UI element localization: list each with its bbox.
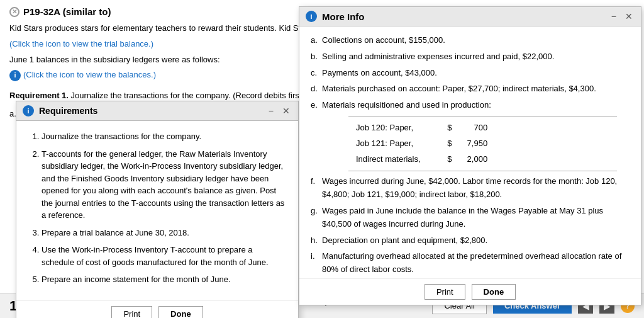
job120-dollar: $	[428, 120, 460, 136]
table-row: Job 121: Paper, $ 7,950	[348, 136, 495, 152]
more-info-header: i More Info − ✕	[299, 7, 641, 26]
info-item-b: b. Selling and administrative expenses i…	[311, 50, 630, 64]
requirements-modal: i Requirements − ✕ Journalize the transa…	[16, 101, 299, 318]
info-item-h: h. Depreciation on plant and equipment, …	[311, 234, 630, 247]
info-item-g: g. Wages paid in June include the balanc…	[311, 205, 630, 231]
requirements-list: Journalize the transactions for the comp…	[42, 130, 286, 286]
more-info-title: More Info	[322, 11, 365, 22]
requirements-close-button[interactable]: ✕	[280, 106, 292, 116]
table-divider-bottom	[348, 171, 617, 171]
info-item-d: d. Materials purchased on account: Paper…	[311, 82, 630, 96]
job121-dollar: $	[428, 136, 460, 152]
info-item-c: c. Payments on account, $43,000.	[311, 67, 630, 80]
requirements-title: Requirements	[39, 106, 97, 116]
info-item-i: i. Manufacturing overhead allocated at t…	[311, 250, 630, 276]
more-info-close-button[interactable]: ✕	[623, 11, 635, 21]
indirect-label: Indirect materials,	[348, 152, 428, 168]
requirement-item-2: T-accounts for the general ledger, the R…	[42, 148, 286, 222]
job120-amount: 700	[460, 120, 496, 136]
more-info-print-button[interactable]: Print	[425, 284, 465, 300]
info-item-e: e. Materials requisitioned and used in p…	[311, 99, 630, 112]
job120-label: Job 120: Paper,	[348, 120, 428, 136]
balances-link[interactable]: (Click the icon to view the balances.)	[23, 70, 156, 79]
requirements-print-button[interactable]: Print	[111, 306, 152, 319]
indirect-amount: 2,000	[460, 152, 496, 168]
requirement-item-5: Prepare an income statement for the mont…	[42, 273, 286, 286]
requirements-modal-header: i Requirements − ✕	[16, 101, 298, 121]
table-divider-top	[348, 116, 617, 116]
requirements-footer: Print Done	[16, 300, 298, 319]
info-item-f: f. Wages incurred during June, $42,000. …	[311, 175, 630, 202]
job121-label: Job 121: Paper,	[348, 136, 428, 152]
requirements-done-button[interactable]: Done	[158, 306, 203, 319]
requirement-item-1: Journalize the transactions for the comp…	[42, 130, 286, 143]
close-icon[interactable]: ✕	[9, 7, 19, 17]
requirements-body: Journalize the transactions for the comp…	[16, 121, 298, 300]
info-item-a: a. Collections on account, $155,000.	[311, 34, 630, 47]
job121-amount: 7,950	[460, 136, 496, 152]
more-info-minimize-button[interactable]: −	[609, 11, 618, 21]
more-info-modal: i More Info − ✕ a. Collections on accoun…	[299, 6, 641, 305]
table-row: Indirect materials, $ 2,000	[348, 152, 495, 168]
requirements-info-icon: i	[23, 105, 34, 116]
requirements-minimize-button[interactable]: −	[267, 106, 275, 116]
materials-table: Job 120: Paper, $ 700 Job 121: Paper, $ …	[348, 120, 630, 167]
more-info-body: a. Collections on account, $155,000. b. …	[299, 26, 641, 278]
indirect-dollar: $	[428, 152, 460, 168]
requirement-item-3: Prepare a trial balance at June 30, 2018…	[42, 227, 286, 239]
more-info-done-button[interactable]: Done	[472, 284, 516, 300]
info-icon-balances: i	[9, 70, 21, 81]
more-info-icon: i	[306, 11, 317, 22]
more-info-footer: Print Done	[299, 278, 641, 305]
trial-balance-link[interactable]: (Click the icon to view the trial balanc…	[9, 39, 153, 48]
requirement-item-4: Use the Work-in-Process Inventory T-acco…	[42, 244, 286, 268]
table-row: Job 120: Paper, $ 700	[348, 120, 495, 136]
title-text: P19-32A (similar to)	[23, 6, 111, 17]
